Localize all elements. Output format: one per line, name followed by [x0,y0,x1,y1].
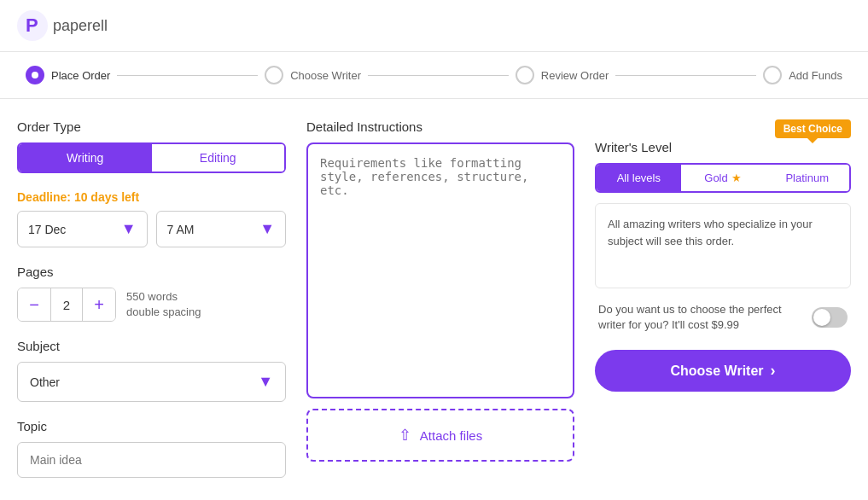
step-circle-choose-writer [265,66,283,84]
level-platinum-tab[interactable]: Platinum [765,165,849,191]
pages-decrement-button[interactable]: − [18,288,50,321]
step-line-1 [117,75,258,76]
pages-stepper: − 2 + [17,288,116,322]
step-place-order[interactable]: Place Order [26,66,110,84]
logo: P paperell [17,10,108,41]
choose-writer-toggle[interactable] [812,307,848,328]
subject-value: Other [30,375,60,389]
deadline-time-select[interactable]: 7 AM ▼ [156,211,287,247]
instructions-label: Detailed Instructions [306,119,574,134]
logo-text: paperell [53,17,108,35]
level-description: All amazing writers who specialize in yo… [595,203,851,288]
header: P paperell [0,0,868,52]
level-gold-tab[interactable]: Gold ★ [681,165,766,191]
main-content: Order Type Writing Editing Deadline: 10 … [0,99,868,498]
attach-label: Attach files [420,428,482,443]
pages-row: − 2 + 550 words double spacing [17,288,286,322]
right-column: Best Choice Writer's Level All levels Go… [595,119,851,392]
deadline-time-chevron-icon: ▼ [259,220,275,238]
deadline-label: Deadline: 10 days left [17,190,286,204]
step-review-order[interactable]: Review Order [516,66,609,84]
subject-select[interactable]: Other ▼ [17,362,286,402]
topic-input[interactable] [17,442,286,478]
step-label-choose-writer: Choose Writer [290,69,361,82]
progress-bar: Place Order Choose Writer Review Order A… [0,52,868,99]
instructions-textarea[interactable] [306,142,574,398]
svg-text:P: P [26,15,38,36]
gold-star-icon: ★ [731,172,742,184]
attach-icon: ⇧ [399,426,411,445]
pages-info: 550 words double spacing [126,289,201,320]
deadline-time-value: 7 AM [167,223,195,236]
pages-words: 550 words [126,289,201,305]
logo-icon: P [17,10,48,41]
step-choose-writer[interactable]: Choose Writer [265,66,361,84]
step-line-2 [368,75,509,76]
middle-column: Detailed Instructions ⇧ Attach files [306,119,574,462]
pages-increment-button[interactable]: + [83,288,115,321]
step-circle-place-order [26,66,44,84]
order-type-toggle: Writing Editing [17,142,286,173]
deadline-remaining: 10 days left [74,190,139,204]
writing-tab[interactable]: Writing [19,144,152,172]
topic-label: Topic [17,419,286,433]
subject-chevron-icon: ▼ [258,373,273,391]
step-add-funds[interactable]: Add Funds [763,66,842,84]
order-type-label: Order Type [17,119,286,134]
editing-tab[interactable]: Editing [152,144,285,172]
deadline-row: 17 Dec ▼ 7 AM ▼ [17,211,286,247]
writer-level-tabs: All levels Gold ★ Platinum [595,163,851,193]
step-label-add-funds: Add Funds [789,69,842,82]
level-all-tab[interactable]: All levels [597,165,681,191]
step-circle-add-funds [763,66,782,84]
choose-writer-text: Do you want us to choose the perfect wri… [598,302,786,333]
deadline-date-value: 17 Dec [28,223,66,236]
step-label-place-order: Place Order [51,69,110,82]
pages-label: Pages [17,265,286,279]
pages-value: 2 [50,288,83,321]
subject-label: Subject [17,339,286,353]
attach-files-box[interactable]: ⇧ Attach files [306,409,574,462]
choose-writer-button-label: Choose Writer [670,363,763,379]
choose-writer-button[interactable]: Choose Writer › [595,350,851,392]
choose-writer-arrow-icon: › [771,362,776,380]
best-badge-container: Best Choice [595,119,851,138]
best-choice-badge: Best Choice [775,119,851,138]
toggle-knob [813,309,830,326]
step-label-review-order: Review Order [541,69,609,82]
deadline-date-select[interactable]: 17 Dec ▼ [17,211,148,247]
pages-spacing: double spacing [126,305,201,320]
step-line-3 [615,75,756,76]
deadline-date-chevron-icon: ▼ [121,220,137,238]
choose-writer-row: Do you want us to choose the perfect wri… [595,302,851,333]
step-circle-review-order [516,66,534,84]
left-column: Order Type Writing Editing Deadline: 10 … [17,119,286,478]
